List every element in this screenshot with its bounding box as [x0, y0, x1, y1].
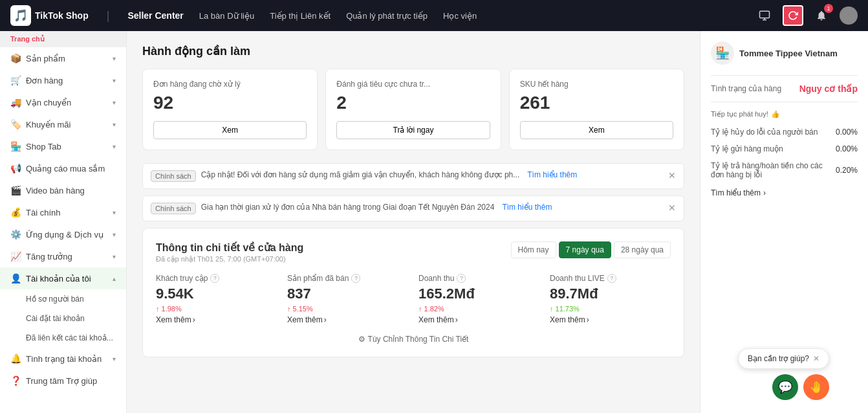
nav-link-dashboard[interactable]: La bàn Dữ liệu [199, 11, 254, 21]
nav-right: 1 [754, 5, 858, 26]
finance-icon: 💰 [10, 207, 21, 218]
growth-icon: 📈 [10, 251, 21, 262]
svg-rect-0 [760, 11, 770, 18]
policy-close-1[interactable]: ✕ [668, 170, 676, 181]
sold-info-icon[interactable]: ? [351, 274, 360, 283]
policy-link-2[interactable]: Tìm hiểu thêm [502, 203, 552, 212]
tab-7days[interactable]: 7 ngày qua [559, 241, 611, 258]
sidebar-item-apps[interactable]: ⚙️ Ứng dụng & Dịch vụ ▾ [0, 223, 126, 245]
pending-orders-label: Đơn hàng đang chờ xử lý [153, 80, 307, 89]
hand-button[interactable]: 🤚 [803, 374, 829, 400]
return-rate-label: Tỷ lệ trả hàng/hoàn tiền cho các đơn hàn… [711, 161, 836, 179]
nav-link-affiliate[interactable]: Tiếp thị Liên kết [270, 11, 331, 21]
sidebar-item-products[interactable]: 📦 Sản phẩm ▾ [0, 47, 126, 69]
policy-text-1: Cập nhật! Đối với đơn hàng sử dụng mã gi… [201, 170, 520, 179]
sidebar-item-video[interactable]: 🎬 Video bán hàng [0, 179, 126, 201]
chevron-icon: ▾ [113, 231, 116, 238]
sidebar-sub-seller-profile[interactable]: Hồ sơ người bán [0, 289, 126, 309]
refresh-icon-btn[interactable] [783, 5, 803, 26]
policy-link-1[interactable]: Tìm hiểu thêm [527, 170, 577, 179]
chat-bubble-text: Bạn cần trợ giúp? [748, 354, 809, 363]
sidebar-item-growth[interactable]: 📈 Tăng trưởng ▾ [0, 245, 126, 267]
brand-name: TikTok Shop [35, 10, 89, 21]
sidebar-sub-linked-accounts[interactable]: Đã liên kết các tài khoả... [0, 328, 126, 348]
revenue-see-more[interactable]: Xem thêm › [418, 315, 539, 324]
policy-tag-1: Chính sách [151, 170, 196, 182]
view-sku-button[interactable]: Xem [520, 121, 673, 139]
chat-buttons: 💬 🤚 [772, 374, 829, 400]
cancel-rate-value: 0.00% [836, 128, 858, 137]
chevron-icon: ▴ [113, 275, 116, 282]
nav-link-academy[interactable]: Học viện [443, 11, 477, 21]
action-card-reviews: Đánh giá tiêu cực chưa tr... 2 Trả lời n… [325, 69, 501, 150]
chevron-icon: ▾ [113, 355, 116, 363]
screen-icon-btn[interactable] [754, 5, 775, 26]
chevron-icon: ▾ [113, 209, 116, 216]
tab-28days[interactable]: 28 ngày qua [614, 241, 671, 258]
action-cards: Đơn hàng đang chờ xử lý 92 Xem Đánh giá … [142, 69, 684, 150]
metric-visitors: Khách truy cập ? 9.54K ↑ 1.98% Xem thêm … [156, 274, 277, 324]
chat-bubble-close[interactable]: ✕ [813, 354, 819, 363]
live-revenue-label: Doanh thu LIVE [550, 274, 605, 283]
store-info-updated: Đã cập nhật Th01 25, 7:00 (GMT+07:00) [156, 255, 303, 263]
live-revenue-see-more[interactable]: Xem thêm › [550, 315, 671, 324]
apps-icon: ⚙️ [10, 229, 21, 240]
sold-value: 837 [287, 285, 408, 302]
sidebar-sub-account-settings[interactable]: Cài đặt tài khoản [0, 309, 126, 328]
tab-today[interactable]: Hôm nay [511, 241, 556, 258]
visitors-value: 9.54K [156, 285, 277, 302]
avatar[interactable] [840, 6, 858, 25]
policy-tag-2: Chính sách [151, 203, 196, 214]
customize-icon: ⚙ [358, 335, 365, 344]
divider-2 [711, 102, 858, 102]
policy-close-2[interactable]: ✕ [668, 203, 676, 213]
sidebar-item-orders[interactable]: 🛒 Đơn hàng ▾ [0, 69, 126, 91]
customize-link[interactable]: ⚙ Tùy Chỉnh Thông Tin Chi Tiết [156, 335, 671, 344]
sidebar-item-promotions[interactable]: 🏷️ Khuyến mãi ▾ [0, 113, 126, 135]
sidebar-item-account[interactable]: 👤 Tài khoản của tôi ▴ [0, 267, 126, 289]
account-icon: 👤 [10, 273, 21, 284]
metric-revenue: Doanh thu ? 165.2Mđ ↑ 1.82% Xem thêm › [418, 274, 539, 324]
live-revenue-info-icon[interactable]: ? [607, 274, 616, 283]
sidebar-header: Trang chủ [0, 31, 126, 47]
promotions-icon: 🏷️ [10, 119, 21, 129]
sidebar-item-account-status[interactable]: 🔔 Tình trạng tài khoản ▾ [0, 348, 126, 370]
chevron-icon: ▾ [113, 55, 116, 62]
sidebar-item-finance[interactable]: 💰 Tài chính ▾ [0, 201, 126, 223]
status-row: Tình trạng của hàng Nguy cơ thấp [711, 84, 858, 94]
policy-banner-2: Chính sách Gia hạn thời gian xử lý đơn c… [142, 195, 684, 221]
visitors-see-more[interactable]: Xem thêm › [156, 315, 277, 324]
visitors-change: ↑ 1.98% [156, 305, 277, 313]
view-pending-orders-button[interactable]: Xem [153, 121, 307, 139]
sidebar-item-shop-tab[interactable]: 🏪 Shop Tab ▾ [0, 135, 126, 157]
sold-see-more[interactable]: Xem thêm › [287, 315, 408, 324]
sku-value: 261 [520, 93, 673, 113]
chevron-icon: ▾ [113, 253, 116, 260]
encourage-label: Tiếp tục phát huy! 👍 [711, 110, 858, 118]
bell-icon-btn[interactable]: 1 [811, 5, 832, 26]
brand-logo[interactable]: 🎵 TikTok Shop [10, 5, 89, 26]
sidebar-item-help[interactable]: ❓ Trung tâm Trợ giúp [0, 370, 126, 392]
sidebar-item-shipping[interactable]: 🚚 Vận chuyển ▾ [0, 91, 126, 113]
policy-banner-1: Chính sách Cập nhật! Đối với đơn hàng sử… [142, 163, 684, 189]
shop-tab-icon: 🏪 [10, 141, 21, 151]
reply-reviews-button[interactable]: Trả lời ngay [336, 121, 490, 139]
shipping-icon: 🚚 [10, 97, 21, 107]
products-icon: 📦 [10, 53, 21, 63]
late-shipping-value: 0.00% [836, 144, 858, 153]
nav-link-livestream[interactable]: Quản lý phát trực tiếp [346, 11, 428, 21]
cancel-rate-label: Tỷ lệ hủy do lỗi của người bán [711, 128, 818, 137]
metrics-row: Khách truy cập ? 9.54K ↑ 1.98% Xem thêm … [156, 274, 671, 324]
visitors-info-icon[interactable]: ? [210, 274, 219, 283]
thumbs-up-icon: 👍 [771, 110, 780, 118]
top-nav: 🎵 TikTok Shop | Seller Center La bàn Dữ … [0, 0, 868, 31]
live-revenue-change: ↑ 11.73% [550, 305, 671, 313]
orders-icon: 🛒 [10, 75, 21, 85]
sidebar-item-ads[interactable]: 📢 Quảng cáo mua sắm [0, 157, 126, 179]
chat-button[interactable]: 💬 [772, 374, 798, 400]
revenue-value: 165.2Mđ [418, 285, 539, 302]
revenue-info-icon[interactable]: ? [457, 274, 466, 283]
learn-more-link[interactable]: Tìm hiểu thêm › [711, 188, 858, 197]
return-rate-value: 0.20% [836, 166, 858, 175]
nav-links: La bàn Dữ liệu Tiếp thị Liên kết Quản lý… [199, 11, 739, 21]
